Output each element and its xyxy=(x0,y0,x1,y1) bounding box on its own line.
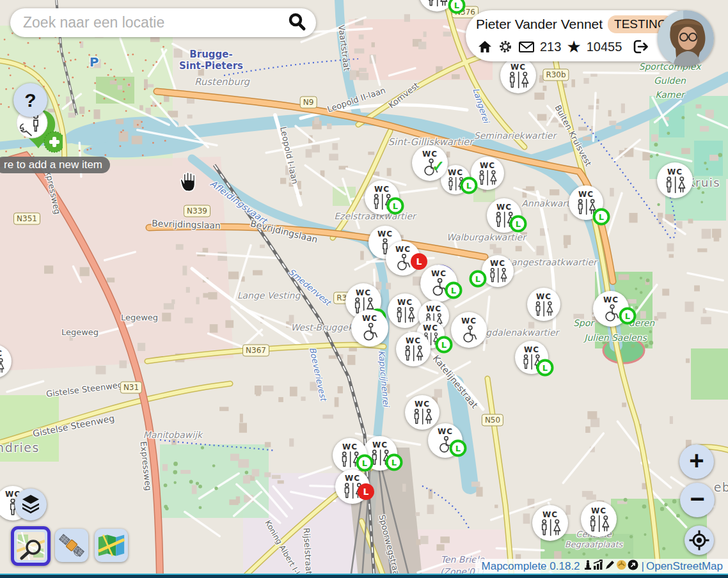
changesets-count[interactable]: 10455 xyxy=(587,40,622,54)
wc-marker-label: WC xyxy=(422,150,438,158)
toilets-male-female-icon xyxy=(539,519,562,536)
toilets-male-female-icon xyxy=(342,483,363,499)
wc-marker-label: WC xyxy=(490,260,505,267)
wc-marker[interactable]: WC xyxy=(527,288,560,321)
wc-marker-label: WC xyxy=(603,296,619,304)
toilets-male-female-icon xyxy=(340,451,361,467)
toilets-male-female-icon xyxy=(507,72,530,88)
wc-marker[interactable]: WC xyxy=(412,145,448,181)
wc-marker[interactable]: WC xyxy=(593,291,629,327)
wc-marker[interactable]: WC xyxy=(333,438,367,473)
wc-marker[interactable]: WC xyxy=(335,469,370,504)
toilets-male-female-icon xyxy=(521,354,542,370)
wc-marker[interactable]: WC xyxy=(482,255,514,287)
community-icon[interactable] xyxy=(616,559,627,574)
layers-button[interactable] xyxy=(15,488,47,520)
map-canvas[interactable]: Brugge-Sint-PietersRustenburgPVaartstraa… xyxy=(0,0,728,578)
wc-marker[interactable]: WC xyxy=(581,501,617,537)
wc-marker-label: WC xyxy=(536,293,551,301)
wc-marker[interactable]: WC xyxy=(500,58,536,93)
search-bar[interactable] xyxy=(10,8,316,37)
toilets-male-female-icon xyxy=(372,194,393,210)
edit-pencil-icon[interactable] xyxy=(605,559,615,574)
toilets-male-female-icon xyxy=(0,358,5,373)
help-button[interactable]: ? xyxy=(13,83,47,117)
toilets-male-female-icon xyxy=(576,199,597,215)
background-style-map-button[interactable] xyxy=(95,529,128,562)
toilets-male-female-icon xyxy=(477,170,498,185)
attribution-bar: Mapcomplete 0.18.2 | OpenStreetMap xyxy=(475,559,728,574)
attribution-circle-icon[interactable] xyxy=(628,559,638,574)
wc-marker[interactable]: WC xyxy=(532,505,568,541)
wc-marker[interactable]: WC xyxy=(515,341,548,374)
wc-marker-label: WC xyxy=(423,324,438,332)
wc-marker[interactable]: WC xyxy=(396,332,431,366)
wc-marker[interactable]: WC xyxy=(471,157,504,190)
wc-marker-label: WC xyxy=(591,507,606,515)
background-style-satellite-button[interactable] xyxy=(55,529,88,562)
add-item-tooltip: re to add a new item xyxy=(0,157,110,173)
wc-marker[interactable]: WC xyxy=(351,309,388,347)
search-icon[interactable] xyxy=(287,12,307,35)
osm-link[interactable]: OpenStreetMap xyxy=(646,560,723,573)
wc-marker-label: WC xyxy=(480,162,495,169)
wc-marker[interactable]: WC xyxy=(386,241,420,276)
geolocate-button[interactable] xyxy=(684,526,714,555)
toilets-male-female-icon xyxy=(370,449,391,465)
toilets-male-female-icon xyxy=(403,345,424,361)
wc-marker-label: WC xyxy=(377,230,393,238)
logout-icon[interactable] xyxy=(632,39,649,54)
wc-marker-label: WC xyxy=(426,305,441,313)
bottom-bar xyxy=(0,574,728,578)
wheelchair-icon xyxy=(360,323,380,341)
envelope-icon[interactable] xyxy=(518,40,535,54)
gear-icon[interactable] xyxy=(498,39,513,54)
wc-marker-label: WC xyxy=(448,169,463,176)
wc-marker-label: WC xyxy=(496,203,512,211)
wc-marker[interactable]: WC xyxy=(420,265,457,302)
wc-marker[interactable]: WC xyxy=(388,293,422,328)
wc-marker[interactable]: WC xyxy=(451,312,487,348)
toilets-male-female-icon xyxy=(426,0,448,6)
user-name: Pieter Vander Vennet xyxy=(476,17,603,32)
wc-marker-label: WC xyxy=(362,315,377,322)
app-version-link[interactable]: Mapcomplete 0.18.2 xyxy=(482,560,580,573)
toilets-male-female-icon xyxy=(664,176,686,193)
zoom-in-button[interactable]: + xyxy=(679,444,714,479)
wc-marker[interactable]: WC xyxy=(657,162,693,198)
wc-marker-label: WC xyxy=(397,299,413,306)
wheelchair-icon xyxy=(429,278,449,297)
wheelchair-icon xyxy=(436,436,455,453)
wheelchair-icon xyxy=(601,304,621,322)
wc-marker-label: WC xyxy=(342,443,358,451)
search-input[interactable] xyxy=(22,13,287,32)
wc-marker-label: WC xyxy=(542,511,558,519)
wc-marker[interactable]: WC xyxy=(487,198,521,233)
messages-count[interactable]: 213 xyxy=(540,40,561,54)
wc-marker[interactable]: WC xyxy=(365,180,399,215)
home-icon[interactable] xyxy=(477,39,493,54)
wc-marker[interactable]: WC xyxy=(363,436,397,471)
toilets-male-female-icon xyxy=(488,268,508,283)
statistics-icon[interactable] xyxy=(593,559,604,574)
statue-icon[interactable] xyxy=(583,559,592,574)
crosshair-icon xyxy=(688,529,710,551)
zoom-out-glyph: − xyxy=(690,486,704,512)
star-icon[interactable]: ★ xyxy=(566,38,581,55)
wc-marker-label: WC xyxy=(372,441,388,449)
background-style-osm-button[interactable] xyxy=(11,526,51,566)
wc-marker[interactable]: WC xyxy=(569,185,603,220)
wc-marker-label: WC xyxy=(415,400,430,408)
toilets-male-female-icon xyxy=(494,212,515,228)
wc-marker[interactable]: WC xyxy=(428,423,463,458)
zoom-out-button[interactable]: − xyxy=(680,483,715,517)
wc-marker-label: WC xyxy=(406,337,421,345)
wc-marker[interactable]: WC xyxy=(405,395,439,430)
wc-marker-label: WC xyxy=(374,185,390,193)
hand-cursor xyxy=(179,170,200,196)
avatar[interactable] xyxy=(658,10,714,66)
wc-marker-label: WC xyxy=(395,246,411,253)
wheelchair-icon xyxy=(459,325,479,343)
attribution-separator: | xyxy=(642,560,644,573)
wc-marker-label: WC xyxy=(431,270,447,277)
